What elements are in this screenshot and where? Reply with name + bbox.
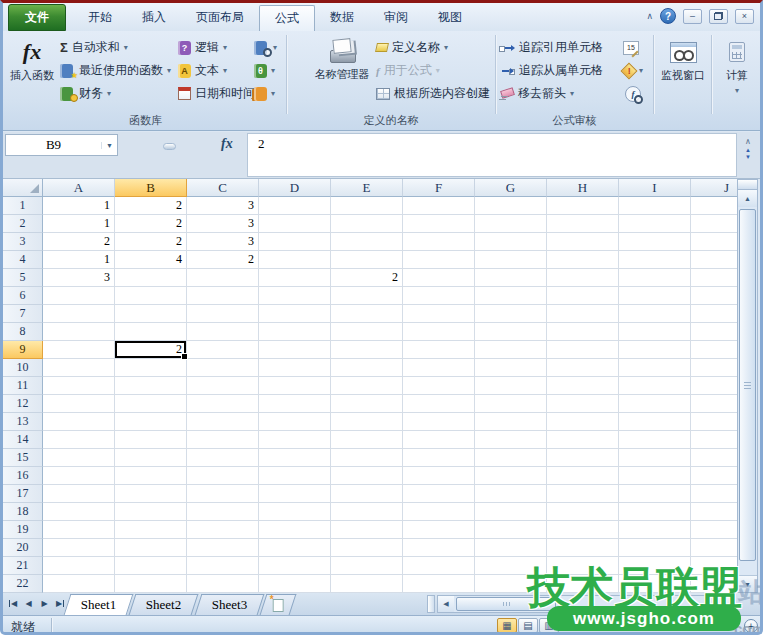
cell-H15[interactable] bbox=[547, 449, 619, 467]
cell-E15[interactable] bbox=[331, 449, 403, 467]
cell-I5[interactable] bbox=[619, 269, 691, 287]
cell-A21[interactable] bbox=[43, 557, 115, 575]
cell-I10[interactable] bbox=[619, 359, 691, 377]
cell-G13[interactable] bbox=[475, 413, 547, 431]
row-header-7[interactable]: 7 bbox=[3, 305, 43, 323]
cell-A14[interactable] bbox=[43, 431, 115, 449]
cell-H14[interactable] bbox=[547, 431, 619, 449]
cell-D9[interactable] bbox=[259, 341, 331, 359]
cell-F22[interactable] bbox=[403, 575, 475, 593]
cell-D1[interactable] bbox=[259, 197, 331, 215]
row-header-16[interactable]: 16 bbox=[3, 467, 43, 485]
select-all-corner[interactable] bbox=[3, 179, 43, 197]
lookup-reference-button[interactable]: ▾ bbox=[254, 37, 277, 58]
cell-J10[interactable] bbox=[691, 359, 737, 377]
collapse-formula-bar-icon[interactable]: ∧ bbox=[745, 137, 751, 146]
cell-C18[interactable] bbox=[187, 503, 259, 521]
cell-F11[interactable] bbox=[403, 377, 475, 395]
calculation-button[interactable]: 计算 ▾ bbox=[715, 35, 759, 95]
column-header-D[interactable]: D bbox=[259, 179, 331, 197]
cell-H7[interactable] bbox=[547, 305, 619, 323]
cell-I20[interactable] bbox=[619, 539, 691, 557]
tab-insert[interactable]: 插入 bbox=[127, 5, 181, 31]
cell-G22[interactable] bbox=[475, 575, 547, 593]
cell-E6[interactable] bbox=[331, 287, 403, 305]
collapse-ribbon-icon[interactable]: ∧ bbox=[646, 11, 653, 21]
cell-D10[interactable] bbox=[259, 359, 331, 377]
insert-function-fx-button[interactable]: fx bbox=[221, 136, 233, 152]
cell-H3[interactable] bbox=[547, 233, 619, 251]
cell-D11[interactable] bbox=[259, 377, 331, 395]
column-header-I[interactable]: I bbox=[619, 179, 691, 197]
row-header-3[interactable]: 3 bbox=[3, 233, 43, 251]
trace-precedents-button[interactable]: 追踪引用单元格 bbox=[499, 37, 603, 58]
cell-H11[interactable] bbox=[547, 377, 619, 395]
cell-I4[interactable] bbox=[619, 251, 691, 269]
cell-A8[interactable] bbox=[43, 323, 115, 341]
tab-view[interactable]: 视图 bbox=[423, 5, 477, 31]
cell-J9[interactable] bbox=[691, 341, 737, 359]
cell-B21[interactable] bbox=[115, 557, 187, 575]
cell-I16[interactable] bbox=[619, 467, 691, 485]
cell-G8[interactable] bbox=[475, 323, 547, 341]
cell-C15[interactable] bbox=[187, 449, 259, 467]
cell-F2[interactable] bbox=[403, 215, 475, 233]
cell-B18[interactable] bbox=[115, 503, 187, 521]
date-time-button[interactable]: 日期和时间 ▾ bbox=[178, 83, 263, 104]
next-sheet-button[interactable]: ▶ bbox=[37, 595, 52, 612]
define-name-button[interactable]: 定义名称 ▾ bbox=[376, 37, 448, 58]
row-header-5[interactable]: 5 bbox=[3, 269, 43, 287]
cell-F15[interactable] bbox=[403, 449, 475, 467]
evaluate-formula-button[interactable]: f bbox=[625, 83, 641, 104]
row-header-8[interactable]: 8 bbox=[3, 323, 43, 341]
cell-C22[interactable] bbox=[187, 575, 259, 593]
cell-F18[interactable] bbox=[403, 503, 475, 521]
horizontal-scroll-thumb[interactable] bbox=[456, 597, 556, 611]
cell-J17[interactable] bbox=[691, 485, 737, 503]
cell-F12[interactable] bbox=[403, 395, 475, 413]
split-handle[interactable] bbox=[738, 180, 757, 190]
recently-used-button[interactable]: ★ 最近使用的函数 ▾ bbox=[60, 60, 171, 81]
watch-window-button[interactable]: 监视窗口 bbox=[656, 35, 710, 82]
tab-home[interactable]: 开始 bbox=[73, 5, 127, 31]
cell-J20[interactable] bbox=[691, 539, 737, 557]
use-in-formula-button[interactable]: f 用于公式 ▾ bbox=[376, 60, 440, 81]
cell-F5[interactable] bbox=[403, 269, 475, 287]
cell-F21[interactable] bbox=[403, 557, 475, 575]
cell-I22[interactable] bbox=[619, 575, 691, 593]
cell-D20[interactable] bbox=[259, 539, 331, 557]
cell-B2[interactable]: 2 bbox=[115, 215, 187, 233]
cell-G1[interactable] bbox=[475, 197, 547, 215]
cell-D5[interactable] bbox=[259, 269, 331, 287]
cell-G16[interactable] bbox=[475, 467, 547, 485]
math-trig-button[interactable]: θ ▾ bbox=[254, 60, 275, 81]
cell-J3[interactable] bbox=[691, 233, 737, 251]
cell-C2[interactable]: 3 bbox=[187, 215, 259, 233]
cell-J15[interactable] bbox=[691, 449, 737, 467]
cell-A20[interactable] bbox=[43, 539, 115, 557]
view-page-layout-button[interactable]: ▤ bbox=[518, 618, 538, 633]
cell-C16[interactable] bbox=[187, 467, 259, 485]
cell-F4[interactable] bbox=[403, 251, 475, 269]
cell-E2[interactable] bbox=[331, 215, 403, 233]
cell-G5[interactable] bbox=[475, 269, 547, 287]
cell-F13[interactable] bbox=[403, 413, 475, 431]
tab-formulas[interactable]: 公式 bbox=[259, 5, 315, 31]
cell-B20[interactable] bbox=[115, 539, 187, 557]
cell-D2[interactable] bbox=[259, 215, 331, 233]
scroll-right-button[interactable]: ▶ bbox=[716, 596, 732, 612]
previous-sheet-button[interactable]: ◀ bbox=[21, 595, 36, 612]
cell-H22[interactable] bbox=[547, 575, 619, 593]
formula-bar-expand[interactable]: ∧ ▲ ▼ bbox=[738, 133, 758, 177]
cell-F16[interactable] bbox=[403, 467, 475, 485]
cell-C14[interactable] bbox=[187, 431, 259, 449]
cell-I17[interactable] bbox=[619, 485, 691, 503]
cell-J11[interactable] bbox=[691, 377, 737, 395]
cell-C13[interactable] bbox=[187, 413, 259, 431]
cell-J7[interactable] bbox=[691, 305, 737, 323]
vertical-scroll-track[interactable] bbox=[738, 207, 757, 575]
insert-function-button[interactable]: fx 插入函数 bbox=[8, 35, 56, 82]
cell-C8[interactable] bbox=[187, 323, 259, 341]
cell-F9[interactable] bbox=[403, 341, 475, 359]
cell-B22[interactable] bbox=[115, 575, 187, 593]
